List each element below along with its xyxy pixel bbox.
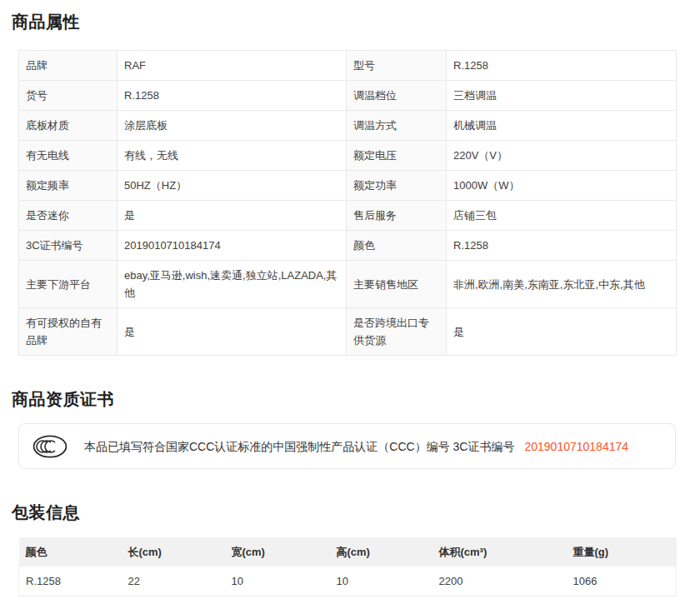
pkg-width: 10 (225, 567, 330, 597)
packaging-data-row: R.1258 22 10 10 2200 1066 (19, 567, 677, 597)
attr-value: RAF (118, 51, 347, 81)
attr-value: R.1258 (118, 81, 347, 111)
attr-value: 50HZ（HZ） (118, 171, 347, 201)
attr-row: 货号 R.1258 调温档位 三档调温 (19, 81, 677, 111)
attr-value: 涂层底板 (118, 111, 347, 141)
attr-label: 货号 (19, 81, 118, 111)
attr-row: 主要下游平台 ebay,亚马逊,wish,速卖通,独立站,LAZADA,其他 主… (19, 261, 677, 308)
pkg-header-weight: 重量(g) (567, 537, 677, 567)
attr-row: 3C证书编号 2019010710184174 颜色 R.1258 (19, 231, 677, 261)
attr-row: 底板材质 涂层底板 调温方式 机械调温 (19, 111, 677, 141)
attr-label: 额定电压 (347, 141, 447, 171)
attr-label: 主要下游平台 (19, 261, 118, 308)
attr-row: 有无电线 有线，无线 额定电压 220V（V） (19, 141, 677, 171)
pkg-weight: 1066 (567, 567, 677, 597)
attr-label: 有无电线 (19, 141, 118, 171)
attr-label: 底板材质 (19, 111, 118, 141)
attr-value: 三档调温 (447, 81, 677, 111)
attr-value: R.1258 (447, 51, 677, 81)
attr-value: 是 (118, 201, 347, 231)
attr-label: 型号 (347, 51, 447, 81)
attr-label: 售后服务 (347, 201, 447, 231)
packaging-header-row: 颜色 长(cm) 宽(cm) 高(cm) 体积(cm³) 重量(g) (19, 537, 677, 567)
attr-value: 非洲,欧洲,南美,东南亚,东北亚,中东,其他 (447, 261, 677, 308)
attr-row: 是否迷你 是 售后服务 店铺三包 (19, 201, 677, 231)
attr-label: 品牌 (19, 51, 118, 81)
attr-value: 220V（V） (447, 141, 677, 171)
packaging-table: 颜色 长(cm) 宽(cm) 高(cm) 体积(cm³) 重量(g) R.125… (18, 537, 677, 597)
pkg-header-volume: 体积(cm³) (432, 537, 567, 567)
certificate-card: 本品已填写符合国家CCC认证标准的中国强制性产品认证（CCC）编号 3C证书编号… (18, 423, 676, 469)
attr-value: 2019010710184174 (118, 231, 347, 261)
attr-label: 额定频率 (19, 171, 118, 201)
attr-value: 1000W（W） (447, 171, 677, 201)
attr-label: 调温方式 (347, 111, 447, 141)
attr-label: 有可授权的自有品牌 (19, 308, 118, 356)
certificate-number: 2019010710184174 (524, 440, 628, 453)
attr-label: 颜色 (347, 231, 447, 261)
attr-row: 额定频率 50HZ（HZ） 额定功率 1000W（W） (19, 171, 677, 201)
pkg-color: R.1258 (19, 567, 122, 597)
certificate-statement: 本品已填写符合国家CCC认证标准的中国强制性产品认证（CCC）编号 3C证书编号 (84, 438, 514, 455)
attr-label: 主要销售地区 (347, 261, 447, 308)
attr-value: 是 (118, 308, 347, 356)
attr-label: 是否跨境出口专供货源 (347, 308, 447, 356)
pkg-header-color: 颜色 (19, 537, 122, 567)
attr-label: 3C证书编号 (19, 231, 118, 261)
attr-value: 是 (447, 308, 677, 356)
pkg-header-length: 长(cm) (122, 537, 225, 567)
product-detail-page: 商品属性 品牌 RAF 型号 R.1258 货号 R.1258 调温档位 三档调… (0, 10, 700, 597)
pkg-header-height: 高(cm) (330, 537, 432, 567)
pkg-length: 22 (122, 567, 225, 597)
attr-label: 额定功率 (347, 171, 447, 201)
pkg-volume: 2200 (432, 567, 567, 597)
certificate-section-title: 商品资质证书 (12, 387, 700, 411)
attr-row: 有可授权的自有品牌 是 是否跨境出口专供货源 是 (19, 308, 677, 356)
attr-value: 机械调温 (447, 111, 677, 141)
attr-row: 品牌 RAF 型号 R.1258 (19, 51, 677, 81)
pkg-height: 10 (330, 567, 432, 597)
attr-value: 有线，无线 (118, 141, 347, 171)
attr-value: 店铺三包 (447, 201, 677, 231)
attributes-table: 品牌 RAF 型号 R.1258 货号 R.1258 调温档位 三档调温 底板材… (18, 50, 677, 356)
attr-value: R.1258 (447, 231, 677, 261)
attributes-section-title: 商品属性 (12, 10, 700, 33)
attr-value: ebay,亚马逊,wish,速卖通,独立站,LAZADA,其他 (118, 261, 347, 308)
attr-label: 是否迷你 (19, 201, 118, 231)
packaging-section-title: 包装信息 (12, 501, 700, 524)
ccc-certification-icon (32, 435, 68, 458)
attr-label: 调温档位 (347, 81, 447, 111)
pkg-header-width: 宽(cm) (225, 537, 330, 567)
